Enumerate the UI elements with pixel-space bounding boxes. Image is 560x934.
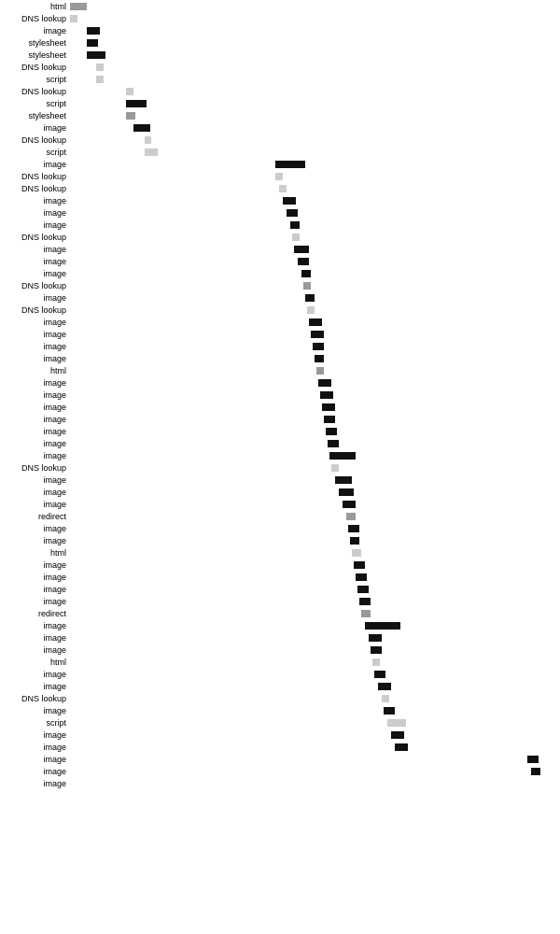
bar-area: [70, 134, 560, 146]
timing-bar: [96, 64, 104, 71]
timing-bar: [145, 149, 158, 156]
row-label: image: [0, 560, 70, 570]
timing-bar: [311, 331, 324, 338]
table-row: script: [0, 73, 560, 85]
timing-bar: [70, 3, 87, 10]
table-row: image: [0, 680, 560, 692]
table-row: html: [0, 546, 560, 559]
timing-bar: [378, 683, 391, 690]
timing-bar: [331, 464, 339, 472]
table-row: DNS lookup: [0, 231, 560, 243]
timing-bar: [326, 428, 337, 435]
timing-bar: [298, 258, 309, 265]
table-row: image: [0, 644, 560, 656]
timing-bar: [328, 440, 339, 447]
table-row: image: [0, 267, 560, 279]
timing-bar: [126, 100, 147, 107]
bar-area: [70, 510, 560, 522]
timing-bar: [290, 221, 300, 229]
table-row: html: [0, 656, 560, 668]
bar-area: [70, 389, 560, 401]
bar-area: [70, 97, 560, 109]
table-row: image: [0, 498, 560, 510]
bar-area: [70, 0, 560, 12]
timing-bar: [387, 719, 406, 727]
table-row: image: [0, 571, 560, 583]
row-label: image: [0, 403, 70, 412]
bar-area: [70, 182, 560, 194]
bar-area: [70, 449, 560, 461]
timing-bar: [126, 112, 135, 120]
bar-area: [70, 158, 560, 170]
bar-area: [70, 12, 560, 24]
table-row: image: [0, 219, 560, 231]
row-label: image: [0, 390, 70, 400]
bar-area: [70, 644, 560, 656]
bar-area: [70, 631, 560, 644]
bar-area: [70, 425, 560, 437]
table-row: image: [0, 583, 560, 595]
table-row: image: [0, 559, 560, 571]
timing-bar: [87, 39, 98, 47]
row-label: image: [0, 585, 70, 594]
bar-area: [70, 231, 560, 243]
bar-area: [70, 595, 560, 607]
bar-area: [70, 729, 560, 741]
timing-bar: [305, 294, 315, 302]
table-row: image: [0, 729, 560, 741]
row-label: html: [0, 366, 70, 375]
table-row: image: [0, 704, 560, 716]
table-row: image: [0, 194, 560, 206]
bar-area: [70, 753, 560, 765]
table-row: image: [0, 24, 560, 36]
table-row: image: [0, 534, 560, 546]
bar-area: [70, 206, 560, 219]
timing-bar: [369, 634, 382, 642]
timing-bar: [329, 452, 356, 460]
row-label: image: [0, 645, 70, 655]
timing-bar: [307, 306, 315, 314]
timing-bar: [322, 403, 335, 411]
table-row: image: [0, 376, 560, 389]
timing-bar: [70, 15, 77, 22]
row-label: stylesheet: [0, 50, 70, 60]
bar-area: [70, 328, 560, 340]
row-label: DNS lookup: [0, 172, 70, 181]
timing-bar: [324, 416, 335, 423]
table-row: image: [0, 401, 560, 413]
timing-bar: [335, 476, 352, 484]
bar-area: [70, 291, 560, 304]
row-label: image: [0, 220, 70, 230]
table-row: image: [0, 352, 560, 364]
timing-bar: [313, 343, 324, 350]
timing-bar: [359, 598, 371, 605]
bar-area: [70, 340, 560, 352]
timing-bar: [395, 743, 408, 751]
timing-bar: [320, 391, 333, 399]
table-row: image: [0, 340, 560, 352]
table-row: image: [0, 486, 560, 498]
table-row: DNS lookup: [0, 461, 560, 474]
row-label: image: [0, 743, 70, 752]
bar-area: [70, 680, 560, 692]
bar-area: [70, 146, 560, 158]
row-label: image: [0, 755, 70, 764]
timing-bar: [365, 622, 400, 630]
bar-area: [70, 583, 560, 595]
row-label: image: [0, 500, 70, 509]
table-row: DNS lookup: [0, 12, 560, 24]
row-label: image: [0, 779, 70, 788]
bar-area: [70, 170, 560, 182]
row-label: image: [0, 597, 70, 606]
table-row: image: [0, 595, 560, 607]
table-row: image: [0, 741, 560, 753]
bar-area: [70, 352, 560, 364]
timing-bar: [346, 513, 356, 520]
row-label: script: [0, 148, 70, 157]
table-row: image: [0, 243, 560, 255]
table-row: image: [0, 437, 560, 449]
bar-area: [70, 716, 560, 729]
bar-area: [70, 668, 560, 680]
bar-area: [70, 704, 560, 716]
row-label: script: [0, 99, 70, 108]
